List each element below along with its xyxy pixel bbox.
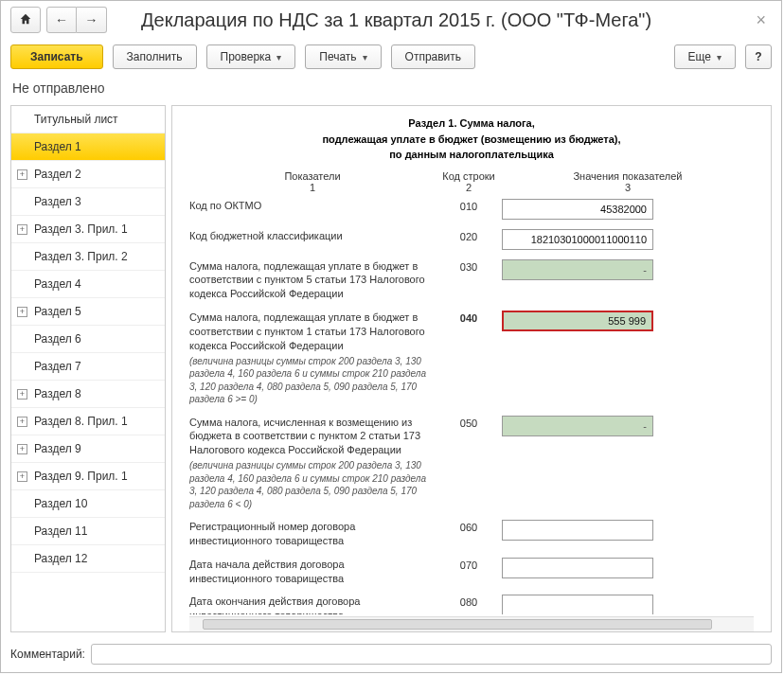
expand-icon[interactable]: + [17, 169, 27, 180]
row-indicator: Дата окончания действия договора инвести… [189, 595, 436, 614]
value-input-060[interactable] [502, 520, 653, 541]
sidebar-item-section-10[interactable]: Раздел 10 [11, 490, 165, 518]
sidebar-item-section-9-app-1[interactable]: +Раздел 9. Прил. 1 [11, 463, 165, 490]
expand-icon[interactable]: + [17, 307, 27, 317]
more-button[interactable]: Еще [674, 44, 736, 69]
expand-icon[interactable]: + [17, 224, 27, 235]
row-indicator-note: (величина разницы суммы строк 200 раздел… [189, 355, 430, 406]
home-icon [19, 12, 32, 28]
value-input-030[interactable] [502, 259, 653, 280]
sidebar-item-section-3-app-1[interactable]: +Раздел 3. Прил. 1 [11, 216, 165, 243]
row-indicator: Сумма налога, подлежащая уплате в бюджет… [189, 311, 436, 406]
comment-label: Комментарий: [10, 648, 85, 661]
form-row-060: Регистрационный номер договора инвестици… [189, 520, 754, 548]
form-row-030: Сумма налога, подлежащая уплате в бюджет… [189, 259, 754, 302]
form-row-070: Дата начала действия договора инвестицио… [189, 558, 754, 586]
expand-icon[interactable]: + [17, 417, 27, 427]
row-indicator: Сумма налога, подлежащая уплате в бюджет… [189, 259, 436, 302]
sidebar-item-label: Раздел 4 [34, 277, 81, 291]
send-button[interactable]: Отправить [391, 44, 476, 69]
sidebar-item-section-3-app-2[interactable]: Раздел 3. Прил. 2 [11, 243, 165, 271]
row-code: 010 [436, 199, 502, 212]
sidebar-item-label: Раздел 3. Прил. 1 [34, 222, 128, 236]
content-panel: Раздел 1. Сумма налога, подлежащая уплат… [171, 105, 772, 632]
sidebar-item-section-2[interactable]: +Раздел 2 [11, 161, 165, 188]
sidebar-item-section-12[interactable]: Раздел 12 [11, 545, 165, 573]
rows-container: Код по ОКТМО010Код бюджетной классификац… [189, 199, 754, 615]
arrow-left-icon: ← [55, 12, 68, 27]
sidebar-item-section-8[interactable]: +Раздел 8 [11, 381, 165, 408]
sidebar-item-section-1[interactable]: Раздел 1 [11, 133, 165, 161]
sidebar-item-label: Раздел 8. Прил. 1 [34, 415, 128, 428]
value-input-040[interactable] [502, 311, 653, 331]
status-text: Не отправлено [1, 75, 781, 101]
row-code: 060 [436, 520, 502, 533]
form-row-040: Сумма налога, подлежащая уплате в бюджет… [189, 311, 754, 406]
expand-icon[interactable]: + [17, 389, 27, 400]
value-input-070[interactable] [502, 558, 653, 578]
print-button[interactable]: Печать [305, 44, 381, 69]
value-input-050[interactable] [502, 416, 653, 436]
sidebar-item-section-5[interactable]: +Раздел 5 [11, 298, 165, 326]
sidebar-item-label: Раздел 9. Прил. 1 [34, 470, 128, 483]
row-code: 050 [436, 416, 502, 429]
sidebar-item-label: Раздел 5 [34, 305, 81, 318]
close-button[interactable]: × [750, 10, 772, 30]
sidebar-item-section-7[interactable]: Раздел 7 [11, 353, 165, 381]
row-code: 080 [436, 595, 502, 608]
sidebar: Титульный листРаздел 1+Раздел 2Раздел 3+… [10, 105, 166, 632]
comment-input[interactable] [91, 644, 772, 665]
nav-forward-button[interactable]: → [77, 7, 107, 33]
row-code: 030 [436, 259, 502, 273]
value-input-080[interactable] [502, 595, 653, 614]
arrow-right-icon: → [85, 12, 98, 27]
check-button[interactable]: Проверка [206, 44, 296, 69]
sidebar-item-section-4[interactable]: Раздел 4 [11, 271, 165, 298]
sidebar-item-label: Раздел 1 [34, 140, 81, 153]
form-row-020: Код бюджетной классификации020 [189, 229, 754, 250]
horizontal-scrollbar[interactable] [189, 616, 754, 631]
help-button[interactable]: ? [745, 44, 772, 69]
sidebar-item-label: Раздел 8 [34, 387, 81, 400]
row-indicator: Сумма налога, исчисленная к возмещению и… [189, 416, 436, 511]
sidebar-item-label: Титульный лист [34, 113, 118, 126]
row-indicator: Код по ОКТМО [189, 199, 436, 213]
record-button[interactable]: Записать [10, 44, 103, 69]
row-indicator: Код бюджетной классификации [189, 229, 436, 243]
sidebar-item-section-3[interactable]: Раздел 3 [11, 188, 165, 216]
value-input-020[interactable] [502, 229, 653, 250]
nav-back-button[interactable]: ← [46, 7, 77, 33]
row-indicator-note: (величина разницы суммы строк 200 раздел… [189, 459, 430, 510]
scrollbar-thumb[interactable] [203, 619, 712, 630]
sidebar-item-label: Раздел 12 [34, 552, 87, 565]
sidebar-item-label: Раздел 3 [34, 195, 81, 208]
sidebar-item-label: Раздел 11 [34, 524, 87, 538]
row-code: 070 [436, 558, 502, 571]
sidebar-item-section-9[interactable]: +Раздел 9 [11, 435, 165, 463]
row-indicator: Регистрационный номер договора инвестици… [189, 520, 436, 548]
sidebar-item-section-6[interactable]: Раздел 6 [11, 326, 165, 353]
sidebar-item-label: Раздел 9 [34, 442, 81, 455]
fill-button[interactable]: Заполнить [113, 44, 197, 69]
row-code: 020 [436, 229, 502, 242]
sidebar-item-label: Раздел 2 [34, 168, 81, 181]
sidebar-item-section-11[interactable]: Раздел 11 [11, 518, 165, 545]
sidebar-item-label: Раздел 6 [34, 332, 81, 346]
home-button[interactable] [10, 7, 41, 33]
expand-icon[interactable]: + [17, 471, 27, 482]
column-headers: Показатели 1 Код строки 2 Значения показ… [189, 170, 754, 193]
row-code: 040 [436, 311, 502, 324]
value-input-010[interactable] [502, 199, 653, 220]
close-icon: × [756, 10, 766, 29]
sidebar-item-label: Раздел 3. Прил. 2 [34, 250, 128, 263]
row-indicator: Дата начала действия договора инвестицио… [189, 558, 436, 586]
form-row-050: Сумма налога, исчисленная к возмещению и… [189, 416, 754, 511]
expand-icon[interactable]: + [17, 444, 27, 454]
section-heading: Раздел 1. Сумма налога, подлежащая уплат… [189, 115, 754, 163]
sidebar-item-label: Раздел 10 [34, 497, 87, 510]
sidebar-item-section-8-app-1[interactable]: +Раздел 8. Прил. 1 [11, 408, 165, 435]
sidebar-item-title-page[interactable]: Титульный лист [11, 106, 165, 133]
window-title: Декларация по НДС за 1 квартал 2015 г. (… [113, 9, 744, 31]
form-row-010: Код по ОКТМО010 [189, 199, 754, 220]
form-row-080: Дата окончания действия договора инвести… [189, 595, 754, 614]
